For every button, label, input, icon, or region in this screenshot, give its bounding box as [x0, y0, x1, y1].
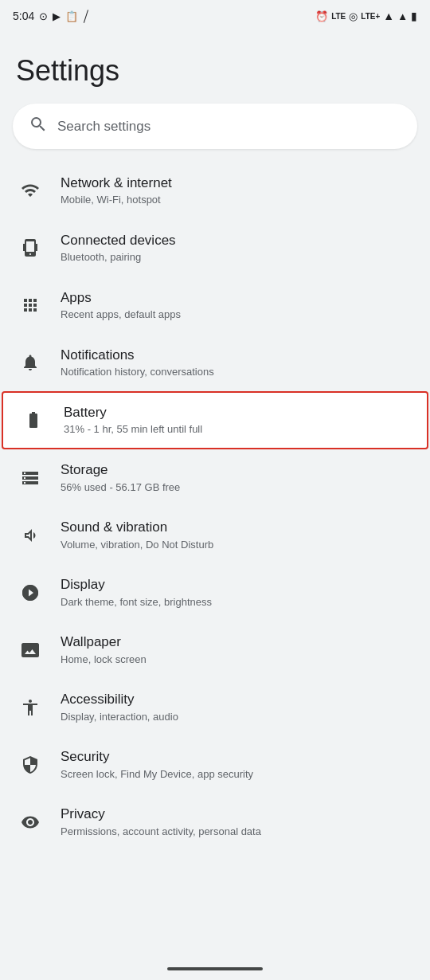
status-right: ⏰ LTE ◎ LTE+ ▲ ▲ ▮ — [315, 10, 417, 22]
settings-item-privacy[interactable]: Privacy Permissions, account activity, p… — [0, 794, 430, 851]
circle-icon: ⊙ — [39, 10, 48, 22]
settings-item-display[interactable]: Display Dark theme, font size, brightnes… — [0, 564, 430, 621]
item-subtitle-storage: 56% used - 56.17 GB free — [61, 481, 414, 495]
apps-icon — [16, 291, 45, 319]
settings-item-wallpaper[interactable]: Wallpaper Home, lock screen — [0, 621, 430, 679]
item-text-accessibility: Accessibility Display, interaction, audi… — [61, 691, 414, 723]
wifi-icon — [16, 176, 45, 205]
nav-indicator — [167, 967, 263, 970]
wallpaper-icon — [16, 636, 45, 664]
item-title-apps: Apps — [61, 289, 414, 307]
settings-item-network[interactable]: Network & internet Mobile, Wi-Fi, hotspo… — [0, 162, 430, 219]
network-icon: LTE — [331, 12, 346, 21]
item-subtitle-connected-devices: Bluetooth, pairing — [61, 251, 414, 265]
search-icon — [29, 115, 48, 138]
item-title-security: Security — [61, 748, 414, 766]
item-text-wallpaper: Wallpaper Home, lock screen — [61, 633, 414, 666]
devices-icon — [16, 233, 45, 262]
settings-item-notifications[interactable]: Notifications Notification history, conv… — [0, 334, 430, 391]
diagonal-icon: ╲ — [80, 10, 92, 22]
page-title: Settings — [0, 29, 430, 104]
item-subtitle-privacy: Permissions, account activity, personal … — [61, 825, 414, 839]
item-subtitle-display: Dark theme, font size, brightness — [61, 596, 414, 610]
settings-item-storage[interactable]: Storage 56% used - 56.17 GB free — [0, 449, 430, 507]
settings-item-apps[interactable]: Apps Recent apps, default apps — [0, 276, 430, 334]
item-title-sound: Sound & vibration — [61, 519, 414, 536]
storage-icon — [16, 464, 45, 492]
settings-item-accessibility[interactable]: Accessibility Display, interaction, audi… — [0, 679, 430, 736]
item-text-network: Network & internet Mobile, Wi-Fi, hotspo… — [61, 174, 414, 207]
alarm-icon: ⏰ — [315, 10, 328, 22]
item-subtitle-sound: Volume, vibration, Do Not Disturb — [61, 539, 414, 552]
display-icon — [16, 578, 45, 607]
item-text-battery: Battery 31% - 1 hr, 55 min left until fu… — [64, 404, 411, 437]
item-text-privacy: Privacy Permissions, account activity, p… — [61, 806, 414, 838]
settings-item-battery[interactable]: Battery 31% - 1 hr, 55 min left until fu… — [2, 391, 428, 449]
item-subtitle-notifications: Notification history, conversations — [61, 366, 414, 379]
item-text-storage: Storage 56% used - 56.17 GB free — [61, 461, 414, 494]
item-subtitle-battery: 31% - 1 hr, 55 min left until full — [64, 423, 411, 437]
settings-item-security[interactable]: Security Screen lock, Find My Device, ap… — [0, 736, 430, 794]
search-bar[interactable]: Search settings — [13, 104, 417, 149]
item-text-security: Security Screen lock, Find My Device, ap… — [61, 748, 414, 781]
wifi-icon-status: ▲ — [397, 10, 408, 22]
item-subtitle-network: Mobile, Wi-Fi, hotspot — [61, 194, 414, 207]
accessibility-icon — [16, 693, 45, 722]
battery-icon — [19, 406, 48, 434]
item-title-privacy: Privacy — [61, 806, 414, 823]
privacy-icon — [16, 808, 45, 837]
notifications-icon — [16, 348, 45, 377]
item-subtitle-wallpaper: Home, lock screen — [61, 653, 414, 667]
item-title-notifications: Notifications — [61, 347, 414, 364]
item-text-sound: Sound & vibration Volume, vibration, Do … — [61, 519, 414, 551]
search-placeholder-text: Search settings — [57, 119, 150, 135]
item-title-network: Network & internet — [61, 174, 414, 192]
settings-list: Network & internet Mobile, Wi-Fi, hotspo… — [0, 162, 430, 851]
search-container[interactable]: Search settings — [13, 104, 417, 149]
time-display: 5:04 — [13, 10, 34, 22]
item-title-battery: Battery — [64, 404, 411, 421]
status-bar: 5:04 ⊙ ▶ 📋 ╲ ⏰ LTE ◎ LTE+ ▲ ▲ ▮ — [0, 0, 430, 29]
item-title-display: Display — [61, 576, 414, 594]
signal-icon: ▲ — [383, 10, 394, 22]
item-title-connected-devices: Connected devices — [61, 232, 414, 249]
youtube-icon: ▶ — [53, 10, 61, 22]
security-icon — [16, 751, 45, 779]
item-subtitle-apps: Recent apps, default apps — [61, 308, 414, 322]
location-icon: ◎ — [349, 10, 358, 22]
item-text-connected-devices: Connected devices Bluetooth, pairing — [61, 232, 414, 265]
item-title-accessibility: Accessibility — [61, 691, 414, 708]
item-subtitle-security: Screen lock, Find My Device, app securit… — [61, 768, 414, 782]
bottom-nav — [0, 961, 430, 980]
item-title-storage: Storage — [61, 461, 414, 479]
item-subtitle-accessibility: Display, interaction, audio — [61, 711, 414, 724]
item-title-wallpaper: Wallpaper — [61, 633, 414, 651]
settings-item-connected-devices[interactable]: Connected devices Bluetooth, pairing — [0, 219, 430, 276]
battery-status-icon: ▮ — [411, 10, 417, 22]
sound-icon — [16, 521, 45, 550]
status-left: 5:04 ⊙ ▶ 📋 ╲ — [13, 10, 89, 22]
lte-plus-icon: LTE+ — [361, 12, 380, 21]
item-text-display: Display Dark theme, font size, brightnes… — [61, 576, 414, 609]
item-text-notifications: Notifications Notification history, conv… — [61, 347, 414, 379]
item-text-apps: Apps Recent apps, default apps — [61, 289, 414, 322]
settings-item-sound[interactable]: Sound & vibration Volume, vibration, Do … — [0, 507, 430, 564]
clipboard-icon: 📋 — [65, 10, 78, 22]
